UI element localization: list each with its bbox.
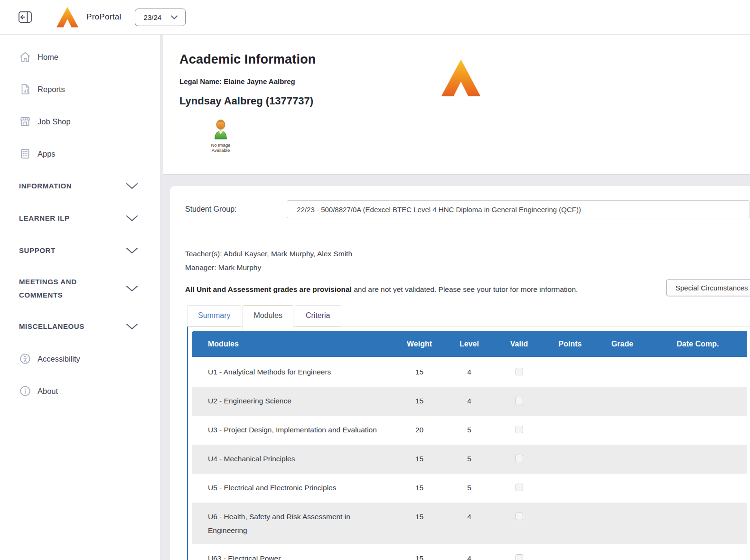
provisional-notice-rest: and are not yet validated. Please see yo…	[352, 285, 578, 293]
module-level: 4	[444, 503, 494, 544]
sidebar-item-reports[interactable]: Reports	[19, 82, 138, 97]
teachers-text: Teacher(s): Abdul Kayser, Mark Murphy, A…	[185, 250, 750, 258]
column-header-valid: Valid	[494, 331, 544, 358]
sidebar-item-apps[interactable]: Apps	[19, 146, 138, 161]
student-group-label: Student Group:	[185, 205, 287, 214]
module-level: 5	[444, 445, 494, 474]
sidebar-item-home[interactable]: Home	[19, 49, 138, 65]
sidebar-item-accessibility[interactable]: Accessibility	[19, 351, 138, 366]
chevron-down-icon	[126, 286, 138, 292]
chevron-down-icon	[171, 15, 178, 19]
module-points	[544, 544, 596, 560]
sidebar-item-label: Accessibility	[38, 355, 80, 364]
provisional-notice: All Unit and Assessment grades are provi…	[185, 285, 750, 294]
module-grade	[596, 503, 648, 544]
modules-tab-panel: Modules Weight Level Valid Points Grade …	[187, 327, 750, 560]
tab-criteria[interactable]: Criteria	[295, 305, 341, 327]
academic-year-select[interactable]: 23/24	[135, 9, 186, 26]
table-row: U1 - Analytical Methods for Engineers 15…	[192, 358, 747, 387]
table-row: U4 - Mechanical Principles 15 5	[192, 445, 747, 474]
module-level: 5	[444, 474, 494, 503]
special-circumstances-button[interactable]: Special Circumstances	[666, 280, 750, 296]
sidebar-item-about[interactable]: About	[19, 383, 138, 399]
tab-modules[interactable]: Modules	[243, 305, 293, 330]
module-weight: 15	[394, 474, 444, 503]
module-grade	[596, 445, 648, 474]
sidebar-section-miscellaneous[interactable]: MISCELLANEOUS	[19, 319, 138, 334]
student-group-value: 22/23 - 500/8827/0A (Edexcel BTEC Level …	[297, 205, 581, 214]
module-weight: 15	[394, 503, 444, 544]
valid-checkbox[interactable]	[516, 426, 523, 433]
chevron-down-icon	[126, 248, 138, 254]
module-weight: 20	[394, 416, 444, 445]
sidebar-item-job-shop[interactable]: Job Shop	[19, 114, 138, 129]
module-weight: 15	[394, 387, 444, 416]
valid-checkbox[interactable]	[516, 368, 523, 375]
home-icon	[19, 51, 31, 63]
provisional-notice-bold: All Unit and Assessment grades are provi…	[185, 285, 352, 293]
valid-checkbox[interactable]	[516, 554, 523, 560]
module-date-comp	[648, 387, 747, 416]
module-grade	[596, 544, 648, 560]
sidebar-section-label: SUPPORT	[19, 244, 102, 257]
chevron-down-icon	[126, 215, 138, 222]
module-date-comp	[648, 544, 747, 560]
sidebar-section-label: MEETINGS AND COMMENTS	[19, 275, 102, 302]
proportal-logo-large-icon	[441, 58, 481, 97]
module-grade	[596, 358, 648, 387]
module-points	[544, 358, 596, 387]
table-row: U3 - Project Design, Implementation and …	[192, 416, 747, 445]
module-date-comp	[648, 416, 747, 445]
module-weight: 15	[394, 358, 444, 387]
module-name: U2 - Engineering Science	[208, 394, 291, 408]
collapse-sidebar-button[interactable]	[18, 11, 32, 23]
tab-summary[interactable]: Summary	[187, 305, 241, 327]
proportal-logo-icon	[56, 7, 79, 28]
module-name: U63 - Electrical Power	[208, 551, 281, 560]
module-name: U6 - Health, Safety and Risk Assessment …	[208, 510, 379, 537]
column-header-grade: Grade	[596, 331, 648, 358]
manager-text: Manager: Mark Murphy	[185, 263, 750, 272]
module-name: U3 - Project Design, Implementation and …	[208, 423, 377, 437]
sidebar-item-label: About	[38, 387, 58, 396]
accessibility-icon	[19, 353, 31, 365]
sidebar-item-label: Home	[38, 53, 58, 62]
valid-checkbox[interactable]	[516, 484, 523, 491]
storefront-icon	[19, 115, 31, 128]
module-points	[544, 416, 596, 445]
sidebar-section-support[interactable]: SUPPORT	[19, 243, 138, 258]
module-date-comp	[648, 445, 747, 474]
column-header-weight: Weight	[394, 331, 444, 358]
list-icon	[19, 148, 31, 160]
module-level: 5	[444, 416, 494, 445]
module-name: U1 - Analytical Methods for Engineers	[208, 365, 331, 379]
module-name: U5 - Electrical and Electronic Principle…	[208, 481, 337, 495]
student-header-card: Academic Information Legal Name: Elaine …	[163, 35, 750, 175]
valid-checkbox[interactable]	[516, 513, 523, 520]
avatar: No Image Available	[206, 120, 235, 153]
module-grade	[596, 416, 648, 445]
valid-checkbox[interactable]	[516, 455, 523, 462]
sidebar-section-learner-ilp[interactable]: LEARNER ILP	[19, 211, 138, 226]
sidebar: Home Reports Job Shop	[0, 35, 160, 560]
valid-checkbox[interactable]	[516, 397, 523, 404]
module-level: 4	[444, 544, 494, 560]
module-points	[544, 387, 596, 416]
module-points	[544, 503, 596, 544]
sidebar-section-information[interactable]: INFORMATION	[19, 178, 138, 194]
sidebar-section-label: MISCELLANEOUS	[19, 320, 102, 333]
academic-content-card: Student Group: 22/23 - 500/8827/0A (Edex…	[170, 186, 750, 560]
top-bar: ProPortal 23/24	[0, 0, 750, 35]
module-date-comp	[648, 474, 747, 503]
modules-table-header-row: Modules Weight Level Valid Points Grade …	[192, 331, 747, 358]
module-grade	[596, 387, 648, 416]
modules-table: Modules Weight Level Valid Points Grade …	[192, 331, 747, 560]
student-group-select[interactable]: 22/23 - 500/8827/0A (Edexcel BTEC Level …	[287, 200, 750, 218]
column-header-points: Points	[544, 331, 596, 358]
table-row: U6 - Health, Safety and Risk Assessment …	[192, 503, 747, 544]
app-name: ProPortal	[86, 12, 122, 22]
info-circle-icon	[19, 385, 31, 397]
collapse-sidebar-icon	[18, 11, 32, 23]
sidebar-section-meetings-and-comments[interactable]: MEETINGS AND COMMENTS	[19, 275, 138, 302]
avatar-caption: No Image Available	[206, 142, 235, 153]
